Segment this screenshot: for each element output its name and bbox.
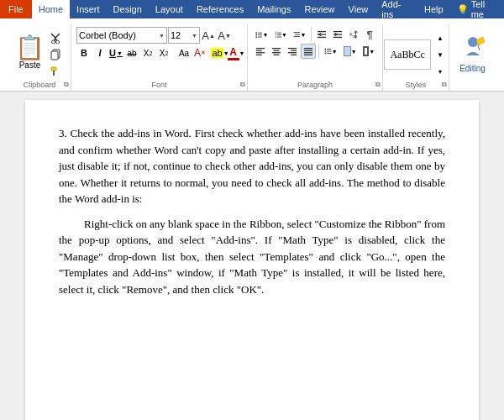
menu-mailings[interactable]: Mailings	[250, 0, 297, 18]
svg-point-1	[56, 40, 60, 44]
font-size-selector[interactable]: 12 ▼	[168, 27, 200, 44]
strikethrough-button[interactable]: ab	[124, 45, 139, 60]
paste-button[interactable]: 📋 Paste	[13, 34, 46, 71]
editing-label: Editing	[459, 64, 486, 73]
svg-text:3.: 3.	[275, 35, 277, 39]
styles-normal-preview[interactable]: AaBbCc	[384, 39, 431, 70]
font-size-dropdown-arrow[interactable]: ▼	[192, 33, 197, 39]
show-hide-button[interactable]: ¶	[362, 27, 377, 42]
svg-point-50	[468, 37, 478, 47]
styles-scroll-down[interactable]: ▼	[433, 47, 448, 62]
font-name-dropdown-arrow[interactable]: ▼	[159, 33, 165, 39]
document-page[interactable]: 3. Check the add-ins in Word. First chec…	[25, 100, 479, 420]
subscript-button[interactable]: X2	[140, 45, 155, 60]
clipboard-group: 📋 Paste Clipboard ⧉	[8, 25, 71, 91]
change-case-button[interactable]: Aa	[176, 45, 192, 60]
styles-expand-icon[interactable]: ⧉	[442, 81, 447, 89]
numbering-arrow[interactable]: ▼	[281, 32, 287, 38]
clipboard-expand-icon[interactable]: ⧉	[64, 81, 69, 89]
editing-button[interactable]: Editing	[453, 32, 493, 75]
styles-scroll-up[interactable]: ▲	[433, 30, 448, 45]
font-name-selector[interactable]: Corbel (Body) ▼	[76, 27, 167, 44]
shading-button[interactable]: ▼	[341, 44, 360, 59]
para-sep2	[318, 45, 319, 58]
align-center-button[interactable]	[269, 44, 284, 59]
shading-arrow[interactable]: ▼	[351, 49, 357, 55]
font-color-arrow[interactable]: ▼	[239, 50, 245, 56]
paragraph-group: ▼ 1.2.3. ▼ ▼	[248, 25, 383, 91]
borders-button[interactable]: ▼	[360, 44, 377, 59]
superscript-button[interactable]: X2	[156, 45, 171, 60]
menu-insert[interactable]: Insert	[70, 0, 107, 18]
paste-label: Paste	[19, 60, 41, 70]
svg-text:A: A	[349, 32, 353, 37]
italic-button[interactable]: I	[92, 45, 108, 60]
menu-home[interactable]: Home	[32, 0, 70, 18]
menu-help[interactable]: Help	[417, 0, 450, 18]
paragraph-label: Paragraph	[248, 81, 382, 89]
menu-file[interactable]: File	[0, 0, 32, 18]
paste-icon: 📋	[15, 36, 45, 60]
font-shrink-button[interactable]: A▼	[217, 29, 232, 42]
menu-references[interactable]: References	[190, 0, 250, 18]
menu-design[interactable]: Design	[107, 0, 149, 18]
sort-button[interactable]: AZ	[346, 27, 361, 42]
para-sep1	[311, 28, 312, 41]
menu-tell-me[interactable]: 💡 Tell me	[450, 0, 504, 18]
menu-view[interactable]: View	[342, 0, 375, 18]
document-area: 3. Check the add-ins in Word. First chec…	[0, 92, 504, 420]
format-painter-button[interactable]	[47, 64, 64, 79]
bullets-button[interactable]: ▼	[253, 27, 270, 42]
line-spacing-button[interactable]: ▼	[322, 44, 340, 59]
copy-button[interactable]	[47, 47, 64, 62]
multilevel-arrow[interactable]: ▼	[300, 32, 306, 38]
underline-dropdown-arrow[interactable]: ▼	[117, 50, 123, 56]
menu-bar: File Home Insert Design Layout Reference…	[0, 0, 504, 18]
svg-rect-3	[51, 51, 58, 60]
multilevel-list-button[interactable]: ▼	[291, 27, 308, 42]
cut-button[interactable]	[47, 30, 64, 45]
styles-label: Styles	[383, 81, 449, 89]
underline-button[interactable]: U ▼	[108, 45, 123, 60]
font-label: Font	[71, 81, 247, 89]
align-left-button[interactable]	[253, 44, 268, 59]
menu-review[interactable]: Review	[298, 0, 342, 18]
increase-indent-button[interactable]	[330, 27, 345, 42]
svg-point-0	[52, 40, 55, 44]
numbering-button[interactable]: 1.2.3. ▼	[272, 27, 290, 42]
editing-group: Editing	[449, 25, 496, 91]
document-text: 3. Check the add-ins in Word. First chec…	[59, 125, 445, 297]
svg-point-6	[255, 32, 257, 34]
lightbulb-icon: 💡	[457, 4, 469, 15]
align-right-button[interactable]	[285, 44, 300, 59]
svg-point-8	[255, 34, 257, 36]
text-highlight-button[interactable]: ab ▼	[213, 45, 228, 60]
font-grow-button[interactable]: A▲	[201, 29, 216, 42]
menu-layout[interactable]: Layout	[149, 0, 190, 18]
styles-more[interactable]: ▾	[433, 64, 448, 79]
bullets-arrow[interactable]: ▼	[263, 32, 269, 38]
svg-point-10	[255, 36, 257, 38]
ribbon-main: 📋 Paste Clipboard ⧉	[5, 22, 499, 91]
styles-group: AaBbCc ▲ ▼ ▾ Styles ⧉	[383, 25, 449, 91]
paragraph-1: 3. Check the add-ins in Word. First chec…	[59, 125, 445, 207]
decrease-indent-button[interactable]	[314, 27, 329, 42]
font-expand-icon[interactable]: ⧉	[240, 81, 245, 89]
borders-arrow[interactable]: ▼	[369, 49, 375, 55]
svg-line-51	[478, 45, 480, 50]
editing-icon	[459, 34, 486, 64]
clipboard-label: Clipboard	[8, 81, 71, 89]
justify-button[interactable]	[301, 44, 316, 59]
font-color-button[interactable]: A ▼	[228, 45, 244, 60]
menu-addins[interactable]: Add-ins	[375, 0, 417, 18]
paragraph-2: Right-click on any blank space in the Ri…	[59, 216, 445, 298]
font-group: Corbel (Body) ▼ 12 ▼ A▲ A▼ B I U	[71, 25, 248, 91]
line-spacing-arrow[interactable]: ▼	[332, 49, 338, 55]
bold-button[interactable]: B	[76, 45, 92, 60]
svg-rect-4	[51, 67, 56, 71]
paragraph-expand-icon[interactable]: ⧉	[375, 81, 381, 89]
clear-formatting-button[interactable]: A✕	[192, 45, 207, 60]
ribbon: 📋 Paste Clipboard ⧉	[0, 18, 504, 92]
